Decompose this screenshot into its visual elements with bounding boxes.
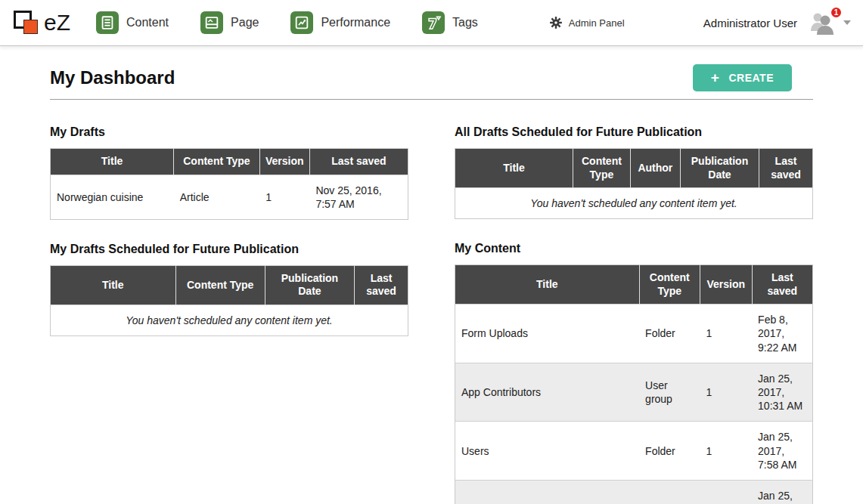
plus-icon: + xyxy=(711,73,720,83)
dashboard-page: eZ Content xyxy=(0,0,863,504)
logo-text: eZ xyxy=(44,10,70,36)
cell-version: 1 xyxy=(700,305,753,363)
cell-version: 1 xyxy=(700,363,753,422)
gear-icon xyxy=(549,16,563,29)
column-header: Version xyxy=(700,265,753,305)
column-header: Content Type xyxy=(175,265,265,305)
ez-logo-mark-icon xyxy=(14,9,41,36)
column-header: Version xyxy=(259,149,309,175)
cell-content-type: User group xyxy=(639,363,700,422)
cell-title: App Contributors xyxy=(455,363,640,422)
table-header-row: Title Content Type Author Publication Da… xyxy=(455,149,813,188)
column-header: Publication Date xyxy=(265,265,354,305)
empty-state-message: You haven't scheduled any content item y… xyxy=(51,305,408,335)
page-head: My Dashboard + CREATE xyxy=(50,64,813,100)
cell-title: App xyxy=(455,480,640,504)
column-header: Last saved xyxy=(355,265,408,305)
column-header: Title xyxy=(455,149,573,188)
content-icon xyxy=(96,11,119,34)
empty-state-row: You haven't scheduled any content item y… xyxy=(455,188,813,219)
column-header: Publication Date xyxy=(680,149,759,188)
cell-title: Norwegian cuisine xyxy=(51,175,174,219)
nav-label-tags: Tags xyxy=(452,16,478,29)
my-content-table: Title Content Type Version Last saved Fo… xyxy=(455,264,813,504)
user-menu[interactable]: Administrator User 1 xyxy=(703,11,851,35)
left-column: My Drafts Title Content Type Version Las… xyxy=(50,125,408,504)
user-name: Administrator User xyxy=(703,17,797,29)
cell-version: 1 xyxy=(259,175,309,219)
column-header: Content Type xyxy=(639,265,700,305)
my-drafts-scheduled-table: Title Content Type Publication Date Last… xyxy=(50,265,408,336)
cell-last-saved: Jan 25, 2017, 10:31 AM xyxy=(752,363,812,422)
column-header: Last saved xyxy=(752,265,812,305)
my-drafts-scheduled-title: My Drafts Scheduled for Future Publicati… xyxy=(50,243,408,256)
table-header-row: Title Content Type Publication Date Last… xyxy=(51,265,408,305)
content-row[interactable]: Form Uploads Folder 1 Feb 8, 2017, 9:22 … xyxy=(455,305,813,363)
column-header: Last saved xyxy=(759,149,813,188)
column-header: Last saved xyxy=(309,149,408,175)
logo-orange-square xyxy=(23,20,38,34)
content-row[interactable]: App Contributors User group 1 Jan 25, 20… xyxy=(455,363,813,422)
nav-item-page[interactable]: Page xyxy=(200,11,259,34)
cell-title: Form Uploads xyxy=(455,305,640,363)
cell-content-type: Folder xyxy=(639,422,700,481)
my-content-title: My Content xyxy=(455,242,813,255)
table-header-row: Title Content Type Version Last saved xyxy=(455,265,813,305)
column-header: Title xyxy=(51,149,174,175)
create-button[interactable]: + CREATE xyxy=(693,64,792,91)
cell-last-saved: Jan 25, 2017, 7:55 AM xyxy=(752,480,812,504)
admin-panel-label: Admin Panel xyxy=(569,17,625,29)
all-drafts-scheduled-section: All Drafts Scheduled for Future Publicat… xyxy=(455,125,813,219)
my-drafts-scheduled-section: My Drafts Scheduled for Future Publicati… xyxy=(50,243,408,336)
column-header: Content Type xyxy=(573,149,631,188)
nav-item-performance[interactable]: Performance xyxy=(290,11,390,34)
draft-row[interactable]: Norwegian cuisine Article 1 Nov 25, 2016… xyxy=(51,175,408,219)
cell-last-saved: Feb 8, 2017, 9:22 AM xyxy=(752,305,812,363)
page-title: My Dashboard xyxy=(50,67,175,88)
column-header: Title xyxy=(51,265,176,305)
my-drafts-section: My Drafts Title Content Type Version Las… xyxy=(50,125,408,220)
ez-logo[interactable]: eZ xyxy=(14,9,70,36)
cell-version: 1 xyxy=(700,480,753,504)
nav-item-tags[interactable]: Tags xyxy=(422,11,478,34)
admin-panel-button[interactable]: Admin Panel xyxy=(549,16,625,29)
top-bar: eZ Content xyxy=(0,0,863,46)
main-nav: Content Page xyxy=(96,11,510,34)
cell-title: Users xyxy=(455,422,640,481)
cell-content-type: Folder xyxy=(639,305,700,363)
empty-state-message: You haven't scheduled any content item y… xyxy=(455,188,813,219)
notification-badge: 1 xyxy=(830,6,843,19)
dashboard-columns: My Drafts Title Content Type Version Las… xyxy=(0,125,863,504)
my-drafts-title: My Drafts xyxy=(50,125,408,139)
performance-icon xyxy=(290,11,313,34)
chevron-down-icon[interactable] xyxy=(843,20,851,25)
right-column: All Drafts Scheduled for Future Publicat… xyxy=(455,125,813,504)
cell-content-type: Article xyxy=(174,175,260,219)
column-header: Title xyxy=(455,265,640,305)
cell-last-saved: Jan 25, 2017, 7:58 AM xyxy=(752,422,812,481)
all-drafts-scheduled-title: All Drafts Scheduled for Future Publicat… xyxy=(455,125,813,139)
page-icon xyxy=(200,11,223,34)
nav-label-page: Page xyxy=(231,16,259,29)
table-header-row: Title Content Type Version Last saved xyxy=(51,149,408,175)
content-row[interactable]: App Folder 1 Jan 25, 2017, 7:55 AM xyxy=(455,480,813,504)
create-button-label: CREATE xyxy=(728,72,774,84)
my-drafts-table: Title Content Type Version Last saved No… xyxy=(50,148,408,220)
cell-content-type: Folder xyxy=(639,480,700,504)
my-content-section: My Content Title Content Type Version La… xyxy=(455,242,813,504)
cell-last-saved: Nov 25, 2016, 7:57 AM xyxy=(309,175,408,219)
column-header: Content Type xyxy=(174,149,260,175)
tags-icon xyxy=(422,11,445,34)
content-row[interactable]: Users Folder 1 Jan 25, 2017, 7:58 AM xyxy=(455,422,813,481)
cell-version: 1 xyxy=(700,422,753,481)
column-header: Author xyxy=(630,149,680,188)
all-drafts-scheduled-table: Title Content Type Author Publication Da… xyxy=(455,148,813,219)
nav-label-content: Content xyxy=(126,16,169,29)
empty-state-row: You haven't scheduled any content item y… xyxy=(51,305,408,335)
nav-item-content[interactable]: Content xyxy=(96,11,169,34)
nav-label-performance: Performance xyxy=(321,16,390,29)
avatar[interactable]: 1 xyxy=(809,11,837,35)
